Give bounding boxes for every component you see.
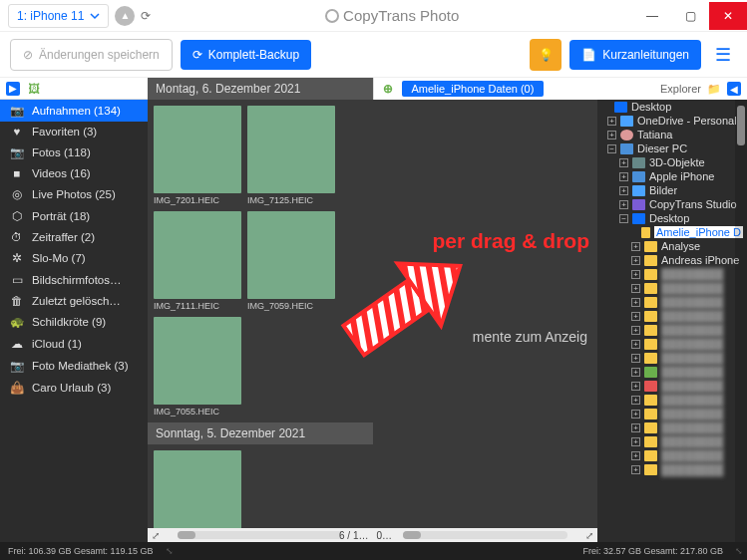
sidebar-category[interactable]: ◎Live Photos (25) xyxy=(0,183,148,205)
sidebar-category[interactable]: ✲Slo-Mo (7) xyxy=(0,247,148,269)
tree-item-thispc[interactable]: −Dieser PC xyxy=(597,141,747,155)
reload-button[interactable]: ⟳ xyxy=(141,9,151,23)
explorer-title: Explorer xyxy=(660,83,701,95)
sidebar-category[interactable]: ⬡Porträt (18) xyxy=(0,205,148,227)
tree-item[interactable]: +████████ xyxy=(597,309,747,323)
category-icon: 📷 xyxy=(10,359,24,373)
category-icon: ▭ xyxy=(10,273,24,287)
scroll-thumb[interactable] xyxy=(178,531,195,539)
sidebar-category[interactable]: ▭Bildschirmfotos… xyxy=(0,269,148,291)
expand-icon[interactable]: ⤢ xyxy=(585,530,593,541)
tree-item-desktop2[interactable]: −Desktop xyxy=(597,211,747,225)
drop-body[interactable]: per drag & drop mente zum Anzeig xyxy=(373,100,598,528)
date-header-1: Montag, 6. Dezember 2021 xyxy=(148,78,373,100)
thumbnail-pane: Montag, 6. Dezember 2021 IMG_7201.HEIC I… xyxy=(148,78,373,542)
category-label: iCloud (1) xyxy=(32,338,82,350)
bulb-icon: 💡 xyxy=(539,48,554,62)
tree-vscrollbar[interactable] xyxy=(735,100,747,542)
save-changes-button[interactable]: ⊘ Änderungen speichern xyxy=(10,39,173,71)
sidebar-category[interactable]: 📷Fotos (118) xyxy=(0,141,148,163)
sidebar-category[interactable]: 👜Caro Urlaub (3) xyxy=(0,377,148,399)
tree-item[interactable]: +████████ xyxy=(597,393,747,407)
sidebar-category[interactable]: ☁iCloud (1) xyxy=(0,333,148,355)
device-selector[interactable]: 1: iPhone 11 xyxy=(8,4,109,28)
tree-item-amelie[interactable]: Amelie_iPhone D xyxy=(597,225,747,239)
tree-item-apple-iphone[interactable]: +Apple iPhone xyxy=(597,169,747,183)
tree-item-analyse[interactable]: +Analyse xyxy=(597,239,747,253)
left-tabs: ▶ 🖼 xyxy=(0,78,148,100)
mid-scrollbar[interactable]: ⤢ 6 / 1… xyxy=(148,528,373,542)
collapse-button[interactable]: ◀ xyxy=(727,82,741,96)
tree-item[interactable]: +████████ xyxy=(597,365,747,379)
minimize-button[interactable]: — xyxy=(633,2,671,30)
tree-item[interactable]: +████████ xyxy=(597,420,747,434)
category-label: Slo-Mo (7) xyxy=(32,252,86,264)
thumbnail[interactable]: IMG_7111.HEIC xyxy=(154,211,241,311)
category-icon: 👜 xyxy=(10,381,24,395)
sidebar-category[interactable]: ■Videos (16) xyxy=(0,163,148,183)
folder-tree: Desktop +OneDrive - Personal +Tatiana −D… xyxy=(597,100,747,542)
target-folder-tag[interactable]: Amelie_iPhone Daten (0) xyxy=(402,81,545,97)
maximize-button[interactable]: ▢ xyxy=(671,2,709,30)
sidebar-category[interactable]: 🐢Schildkröte (9) xyxy=(0,311,148,333)
drop-pane: ⊕ Amelie_iPhone Daten (0) per drag & dro… xyxy=(373,78,598,542)
view-photos-tab[interactable]: 🖼 xyxy=(28,82,40,96)
category-label: Caro Urlaub (3) xyxy=(32,382,111,394)
sidebar-category[interactable]: 🗑Zuletzt gelösch… xyxy=(0,291,148,311)
thumb-row-1: IMG_7201.HEIC IMG_7125.HEIC IMG_7111.HEI… xyxy=(148,100,373,422)
tree-item-desktop[interactable]: Desktop xyxy=(597,100,747,114)
category-icon: 📷 xyxy=(10,145,24,159)
date-header-2: Sonntag, 5. Dezember 2021 xyxy=(148,422,373,444)
device-label: 1: iPhone 11 xyxy=(17,9,84,23)
eject-button[interactable]: ▲ xyxy=(115,6,135,26)
sidebar-category[interactable]: 📷Foto Mediathek (3) xyxy=(0,355,148,377)
tree-item[interactable]: +████████ xyxy=(597,434,747,448)
tree-item[interactable]: +████████ xyxy=(597,462,747,476)
tree-item-onedrive[interactable]: +OneDrive - Personal xyxy=(597,114,747,128)
tree-item[interactable]: +████████ xyxy=(597,281,747,295)
tree-item[interactable]: +████████ xyxy=(597,267,747,281)
guides-label: Kurzanleitungen xyxy=(602,48,689,62)
tree-item[interactable]: +████████ xyxy=(597,448,747,462)
sidebar-category[interactable]: 📷Aufnahmen (134) xyxy=(0,100,148,122)
category-label: Schildkröte (9) xyxy=(32,316,106,328)
tree-item[interactable]: +████████ xyxy=(597,337,747,351)
tree-item[interactable]: +████████ xyxy=(597,407,747,420)
menu-button[interactable]: ☰ xyxy=(709,44,737,66)
tree-item[interactable]: +████████ xyxy=(597,323,747,337)
thumbnail[interactable]: IMG_7125.HEIC xyxy=(247,106,335,205)
tree-item[interactable]: +████████ xyxy=(597,295,747,309)
status-bar: Frei: 106.39 GB Gesamt: 119.15 GB ⤡ Frei… xyxy=(0,542,747,560)
brand-icon xyxy=(325,9,339,23)
zoom-icon[interactable]: ⤢ xyxy=(152,530,160,541)
add-folder-button[interactable]: ⊕ xyxy=(378,79,398,99)
left-sidebar: ▶ 🖼 📷Aufnahmen (134)♥Favoriten (3)📷Fotos… xyxy=(0,78,148,542)
full-backup-button[interactable]: ⟳ Komplett-Backup xyxy=(181,40,311,70)
thumbnail[interactable]: IMG_7201.HEIC xyxy=(154,106,241,205)
close-button[interactable]: ✕ xyxy=(709,2,747,30)
quick-guides-button[interactable]: 📄 Kurzanleitungen xyxy=(569,40,701,70)
backup-icon: ⟳ xyxy=(192,48,202,62)
drop-scrollbar[interactable]: 0… ⤢ xyxy=(373,528,598,542)
thumbnail[interactable]: IMG_7059.HEIC xyxy=(247,211,335,311)
tree-item-andreas[interactable]: +Andreas iPhone xyxy=(597,253,747,267)
resize-handle-right[interactable]: ⤡ xyxy=(731,546,747,556)
hint-button[interactable]: 💡 xyxy=(530,39,561,71)
sidebar-category[interactable]: ♥Favoriten (3) xyxy=(0,122,148,141)
status-right: Frei: 32.57 GB Gesamt: 217.80 GB xyxy=(574,546,731,556)
scroll-thumb[interactable] xyxy=(403,531,421,539)
tree-item-copytrans-studio[interactable]: +CopyTrans Studio xyxy=(597,197,747,211)
save-label: Änderungen speichern xyxy=(39,48,160,62)
tree-item-3dobjects[interactable]: +3D-Objekte xyxy=(597,155,747,169)
window-controls: — ▢ ✕ xyxy=(633,2,747,30)
view-list-tab[interactable]: ▶ xyxy=(6,82,20,96)
tree-item[interactable]: +████████ xyxy=(597,379,747,393)
sidebar-category[interactable]: ⏱Zeitraffer (2) xyxy=(0,227,148,247)
thumbnail[interactable]: IMG_7055.HEIC xyxy=(154,317,241,417)
tree-item[interactable]: +████████ xyxy=(597,351,747,365)
backup-label: Komplett-Backup xyxy=(208,48,299,62)
tree-item-bilder[interactable]: +Bilder xyxy=(597,183,747,197)
folder-icon[interactable]: 📁 xyxy=(707,83,721,96)
tree-item-user[interactable]: +Tatiana xyxy=(597,128,747,141)
status-left: Frei: 106.39 GB Gesamt: 119.15 GB xyxy=(0,546,162,556)
